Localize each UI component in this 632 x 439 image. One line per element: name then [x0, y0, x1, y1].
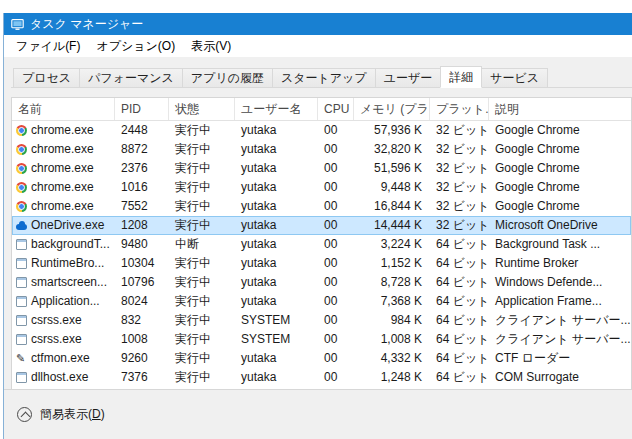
- cpu-cell: 00: [318, 197, 354, 216]
- column-header-name[interactable]: 名前: [12, 98, 115, 120]
- window-icon: [16, 334, 27, 345]
- platform-cell: 64 ビット: [430, 349, 489, 368]
- status-cell: 実行中: [169, 178, 235, 197]
- tab-label: 詳細: [449, 70, 473, 84]
- pid-cell: 10304: [115, 254, 169, 273]
- memory-cell: 7,368 K: [354, 292, 430, 311]
- tab-startup[interactable]: スタートアップ: [272, 68, 376, 87]
- process-row[interactable]: smartscreen... 10796 実行中 yutaka 00 8,728…: [12, 273, 631, 292]
- tab-details[interactable]: 詳細: [440, 66, 482, 88]
- pid-cell: 8024: [115, 292, 169, 311]
- pen-icon: [16, 353, 27, 364]
- menu-view[interactable]: 表示(V): [183, 35, 239, 57]
- process-row[interactable]: backgroundT... 9480 中断 yutaka 00 3,224 K…: [12, 235, 631, 254]
- chrome-icon: [16, 144, 27, 155]
- tab-processes[interactable]: プロセス: [13, 68, 80, 87]
- fewer-details-button[interactable]: 簡易表示(D): [17, 402, 113, 427]
- window-icon: [16, 315, 27, 326]
- memory-cell: 1,008 K: [354, 330, 430, 349]
- task-manager-icon: [10, 17, 24, 31]
- platform-cell: 32 ビット: [430, 140, 489, 159]
- process-row[interactable]: chrome.exe 2448 実行中 yutaka 00 57,936 K 3…: [12, 121, 631, 140]
- memory-cell: 32,820 K: [354, 140, 430, 159]
- memory-cell: 8,728 K: [354, 273, 430, 292]
- pid-cell: 1008: [115, 330, 169, 349]
- description-cell: Windows Defende...: [489, 273, 631, 292]
- description-cell: Microsoft OneDrive: [489, 216, 631, 235]
- user-cell: yutaka: [235, 349, 318, 368]
- process-row[interactable]: csrss.exe 1008 実行中 SYSTEM 00 1,008 K 64 …: [12, 330, 631, 349]
- name-cell: chrome.exe: [12, 159, 115, 178]
- menu-file[interactable]: ファイル(F): [8, 35, 88, 57]
- process-row[interactable]: csrss.exe 832 実行中 SYSTEM 00 984 K 64 ビット…: [12, 311, 631, 330]
- status-cell: 実行中: [169, 330, 235, 349]
- table-header: 名前 PID 状態 ユーザー名 CPU メモリ (プライ... プラット... …: [12, 98, 631, 121]
- process-row[interactable]: OneDrive.exe 1208 実行中 yutaka 00 14,444 K…: [12, 216, 631, 235]
- process-row[interactable]: chrome.exe 2376 実行中 yutaka 00 51,596 K 3…: [12, 159, 631, 178]
- pid-cell: 832: [115, 311, 169, 330]
- footer-bar: 簡易表示(D): [4, 389, 632, 439]
- onedrive-icon: [16, 220, 27, 231]
- column-header-platform[interactable]: プラット...: [430, 98, 489, 120]
- tab-label: プロセス: [22, 71, 71, 85]
- process-row[interactable]: dllhost.exe 7376 実行中 yutaka 00 1,248 K 6…: [12, 368, 631, 387]
- platform-cell: 64 ビット: [430, 273, 489, 292]
- tab-services[interactable]: サービス: [481, 68, 548, 87]
- chrome-icon: [16, 182, 27, 193]
- process-row[interactable]: Application... 8024 実行中 yutaka 00 7,368 …: [12, 292, 631, 311]
- description-cell: Google Chrome: [489, 159, 631, 178]
- process-row[interactable]: chrome.exe 1016 実行中 yutaka 00 9,448 K 32…: [12, 178, 631, 197]
- user-cell: yutaka: [235, 178, 318, 197]
- menu-options[interactable]: オプション(O): [88, 35, 183, 57]
- column-header-status[interactable]: 状態: [169, 98, 235, 120]
- cpu-cell: 00: [318, 349, 354, 368]
- memory-cell: 51,596 K: [354, 159, 430, 178]
- tab-strip: プロセスパフォーマンスアプリの履歴スタートアップユーザー詳細サービス: [11, 66, 632, 88]
- tab-label: アプリの履歴: [191, 71, 264, 85]
- name-cell: chrome.exe: [12, 178, 115, 197]
- user-cell: yutaka: [235, 254, 318, 273]
- user-cell: SYSTEM: [235, 311, 318, 330]
- fewer-details-label: 簡易表示(D): [40, 406, 105, 423]
- column-header-description[interactable]: 説明: [489, 98, 631, 120]
- details-panel: 名前 PID 状態 ユーザー名 CPU メモリ (プライ... プラット... …: [11, 97, 632, 389]
- pid-cell: 9260: [115, 349, 169, 368]
- user-cell: yutaka: [235, 216, 318, 235]
- description-cell: Google Chrome: [489, 178, 631, 197]
- name-cell: OneDrive.exe: [12, 216, 115, 235]
- user-cell: yutaka: [235, 273, 318, 292]
- column-header-memory[interactable]: メモリ (プライ...: [354, 98, 430, 120]
- title-bar[interactable]: タスク マネージャー: [4, 13, 632, 35]
- window-icon: [16, 258, 27, 269]
- tab-performance[interactable]: パフォーマンス: [79, 68, 183, 87]
- cpu-cell: 00: [318, 273, 354, 292]
- process-row[interactable]: chrome.exe 7552 実行中 yutaka 00 16,844 K 3…: [12, 197, 631, 216]
- collapse-circle-icon: [17, 407, 32, 422]
- column-header-cpu[interactable]: CPU: [318, 98, 354, 120]
- column-header-user[interactable]: ユーザー名: [235, 98, 318, 120]
- memory-cell: 9,448 K: [354, 178, 430, 197]
- platform-cell: 64 ビット: [430, 368, 489, 387]
- cpu-cell: 00: [318, 121, 354, 140]
- cpu-cell: 00: [318, 216, 354, 235]
- memory-cell: 984 K: [354, 311, 430, 330]
- name-cell: csrss.exe: [12, 330, 115, 349]
- tab-users[interactable]: ユーザー: [375, 68, 442, 87]
- name-cell: dllhost.exe: [12, 368, 115, 387]
- process-row[interactable]: chrome.exe 8872 実行中 yutaka 00 32,820 K 3…: [12, 140, 631, 159]
- pid-cell: 8872: [115, 140, 169, 159]
- process-row[interactable]: ctfmon.exe 9260 実行中 yutaka 00 4,332 K 64…: [12, 349, 631, 368]
- column-header-pid[interactable]: PID: [115, 98, 169, 120]
- platform-cell: 32 ビット: [430, 216, 489, 235]
- tab-app-history[interactable]: アプリの履歴: [182, 68, 273, 87]
- status-cell: 実行中: [169, 311, 235, 330]
- process-row[interactable]: RuntimeBro... 10304 実行中 yutaka 00 1,152 …: [12, 254, 631, 273]
- status-cell: 実行中: [169, 292, 235, 311]
- pid-cell: 7376: [115, 368, 169, 387]
- user-cell: yutaka: [235, 368, 318, 387]
- memory-cell: 3,224 K: [354, 235, 430, 254]
- cpu-cell: 00: [318, 330, 354, 349]
- description-cell: Google Chrome: [489, 197, 631, 216]
- window-icon: [16, 296, 27, 307]
- name-cell: csrss.exe: [12, 311, 115, 330]
